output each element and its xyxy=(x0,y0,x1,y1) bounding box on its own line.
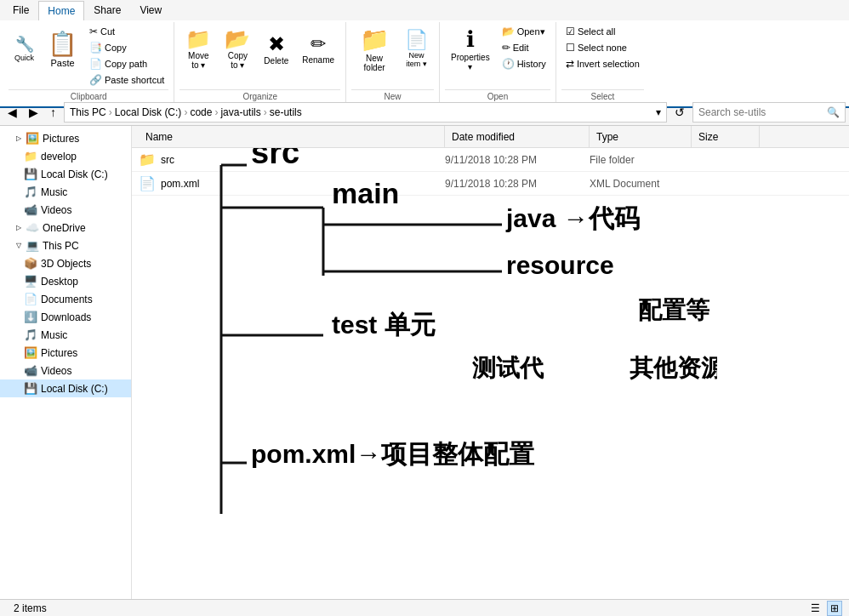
edit-button[interactable]: ✏ Edit xyxy=(498,40,550,55)
pictures-top-icon: 🖼️ xyxy=(26,132,39,145)
copy-path-button[interactable]: 📄 Copy path xyxy=(85,56,168,71)
sidebar-item-documents[interactable]: 📄 Documents xyxy=(0,290,131,308)
properties-icon: ℹ xyxy=(466,26,475,53)
rename-button[interactable]: ✏ Rename xyxy=(296,24,340,73)
new-folder-icon: 📁 xyxy=(360,26,390,54)
new-item-button[interactable]: 📄 New item ▾ xyxy=(399,24,434,73)
tab-home[interactable]: Home xyxy=(38,1,84,21)
paste-shortcut-button[interactable]: 🔗 Paste shortcut xyxy=(85,72,168,88)
header-date[interactable]: Date modified xyxy=(445,126,590,147)
back-button[interactable]: ◀ xyxy=(3,102,21,123)
status-items-count: 2 items xyxy=(7,602,804,614)
quick-access-button[interactable]: 🔧 Quick xyxy=(9,24,40,73)
breadcrumb-separator: › xyxy=(214,106,218,118)
xml-icon: 📄 xyxy=(139,175,156,191)
sidebar-item-music2[interactable]: 🎵 Music xyxy=(0,326,131,344)
header-type[interactable]: Type xyxy=(590,126,692,147)
annotation-canvas xyxy=(132,148,717,556)
sidebar-item-pictures2[interactable]: 🖼️ Pictures xyxy=(0,344,131,362)
file-name-text: src xyxy=(161,154,174,166)
file-type: XML Document xyxy=(590,178,692,190)
new-folder-button[interactable]: 📁 New folder xyxy=(351,24,397,73)
select-all-button[interactable]: ☑ Select all xyxy=(561,24,644,39)
select-none-button[interactable]: ☐ Select none xyxy=(561,40,644,55)
sidebar-item-3d-objects[interactable]: 📦 3D Objects xyxy=(0,254,131,272)
local-disk-c2-icon: 💾 xyxy=(24,382,37,395)
file-type: File folder xyxy=(590,154,692,166)
invert-selection-button[interactable]: ⇄ Invert selection xyxy=(561,56,644,71)
delete-icon: ✖ xyxy=(268,32,285,56)
sidebar-item-desktop[interactable]: 🖥️ Desktop xyxy=(0,272,131,290)
sidebar-item-onedrive[interactable]: ▷ ☁️ OneDrive xyxy=(0,219,131,237)
breadcrumb-item[interactable]: se-utils xyxy=(270,106,302,118)
large-icons-view-button[interactable]: ⊞ xyxy=(827,601,842,616)
file-row[interactable]: 📁 src 9/11/2018 10:28 PM File folder xyxy=(132,148,849,172)
file-date: 9/11/2018 10:28 PM xyxy=(445,178,590,190)
cut-button[interactable]: ✂ Cut xyxy=(85,24,168,39)
tab-view[interactable]: View xyxy=(130,0,171,20)
details-view-button[interactable]: ☰ xyxy=(807,601,823,616)
sidebar-item-develop[interactable]: 📁 develop xyxy=(0,147,131,165)
breadcrumb-separator: › xyxy=(264,106,267,118)
tab-share[interactable]: Share xyxy=(84,0,130,20)
select-all-icon: ☑ xyxy=(566,26,575,37)
sidebar-item-this-pc[interactable]: ▽ 💻 This PC xyxy=(0,237,131,254)
copy-path-icon: 📄 xyxy=(89,58,102,70)
onedrive-icon: ☁️ xyxy=(26,221,39,234)
ribbon-group-select: ☑ Select all ☐ Select none ⇄ Invert sele… xyxy=(556,22,649,105)
downloads-icon: ⬇️ xyxy=(24,311,37,323)
sidebar-item-videos[interactable]: 📹 Videos xyxy=(0,201,131,219)
sidebar-item-downloads[interactable]: ⬇️ Downloads xyxy=(0,308,131,326)
expand-icon[interactable]: ▷ xyxy=(14,134,24,144)
open-icon: 📂 xyxy=(502,26,515,37)
search-icon: 🔍 xyxy=(827,106,840,118)
3d-objects-icon: 📦 xyxy=(24,257,37,270)
properties-button[interactable]: ℹ Properties ▾ xyxy=(445,24,496,73)
history-icon: 🕐 xyxy=(502,58,515,70)
up-button[interactable]: ↑ xyxy=(46,102,60,123)
pictures2-icon: 🖼️ xyxy=(24,346,37,359)
move-to-button[interactable]: 📁 Move to ▾ xyxy=(179,24,217,73)
ribbon-group-clipboard: 🔧 Quick 📋 Paste ✂ Cut 📑 Copy xyxy=(3,22,174,105)
paste-shortcut-icon: 🔗 xyxy=(89,74,102,86)
sidebar-item-local-disk-c2[interactable]: 💾 Local Disk (C:) xyxy=(0,379,131,397)
desktop-icon: 🖥️ xyxy=(24,275,37,288)
videos2-icon: 📹 xyxy=(24,364,37,377)
ribbon-group-new: 📁 New folder 📄 New item ▾ New xyxy=(346,22,440,105)
invert-selection-icon: ⇄ xyxy=(566,58,574,70)
paste-button[interactable]: 📋 Paste xyxy=(42,24,83,73)
copy-to-button[interactable]: 📂 Copy to ▾ xyxy=(219,24,256,73)
develop-icon: 📁 xyxy=(24,150,37,163)
sidebar-item-local-disk[interactable]: 💾 Local Disk (C:) xyxy=(0,165,131,183)
copy-to-icon: 📂 xyxy=(225,27,250,51)
breadcrumb-item[interactable]: Local Disk (C:) xyxy=(115,106,182,118)
header-size[interactable]: Size xyxy=(692,126,760,147)
forward-button[interactable]: ▶ xyxy=(25,102,43,123)
tab-file[interactable]: File xyxy=(3,0,38,20)
file-row[interactable]: 📄 pom.xml 9/11/2018 10:28 PM XML Documen… xyxy=(132,172,849,196)
ribbon-group-organize: 📁 Move to ▾ 📂 Copy to ▾ ✖ Delete ✏ Renam… xyxy=(174,22,346,105)
nav-pane: ▷ 🖼️ Pictures 📁 develop 💾 Local Disk (C:… xyxy=(0,126,132,599)
breadcrumb[interactable]: This PC › Local Disk (C:) › code › java-… xyxy=(64,102,667,123)
header-name[interactable]: Name xyxy=(139,126,445,147)
breadcrumb-separator: › xyxy=(184,106,187,118)
expand-icon[interactable]: ▽ xyxy=(14,241,24,251)
copy-button[interactable]: 📑 Copy xyxy=(85,40,168,55)
file-date: 9/11/2018 10:28 PM xyxy=(445,154,590,166)
sidebar-item-videos2[interactable]: 📹 Videos xyxy=(0,362,131,379)
sidebar-item-pictures-top[interactable]: ▷ 🖼️ Pictures xyxy=(0,129,131,147)
refresh-button[interactable]: ↺ xyxy=(670,102,689,123)
status-bar: 2 items ☰ ⊞ xyxy=(0,599,849,616)
expand-icon[interactable]: ▷ xyxy=(14,223,24,233)
search-input[interactable] xyxy=(698,106,827,118)
select-none-icon: ☐ xyxy=(566,42,575,54)
open-button[interactable]: 📂 Open▾ xyxy=(498,24,550,39)
dropdown-arrow[interactable]: ▾ xyxy=(656,106,661,118)
delete-button[interactable]: ✖ Delete xyxy=(258,24,294,73)
breadcrumb-item[interactable]: code xyxy=(190,106,212,118)
ribbon-content: 🔧 Quick 📋 Paste ✂ Cut 📑 Copy xyxy=(0,20,849,108)
breadcrumb-item[interactable]: This PC xyxy=(70,106,106,118)
sidebar-item-music[interactable]: 🎵 Music xyxy=(0,183,131,201)
breadcrumb-item[interactable]: java-utils xyxy=(220,106,260,118)
history-button[interactable]: 🕐 History xyxy=(498,56,550,71)
